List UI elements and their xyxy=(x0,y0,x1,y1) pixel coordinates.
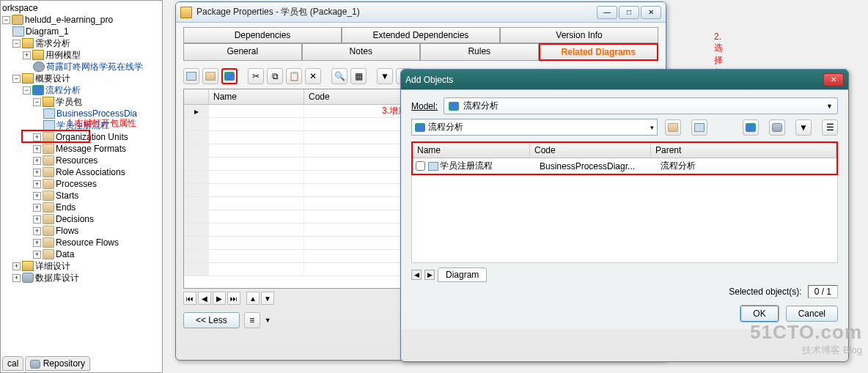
tree-item[interactable]: −流程分析 xyxy=(2,84,161,96)
paste-button[interactable]: 📋 xyxy=(286,68,302,84)
tree-item[interactable]: +Decisions xyxy=(2,213,161,225)
tab-dependencies[interactable]: Dependencies xyxy=(183,27,342,43)
help-button[interactable]: ≡ xyxy=(244,312,260,328)
deselect-all-button[interactable] xyxy=(769,119,785,136)
find-button[interactable]: 🔍 xyxy=(331,68,347,84)
cut-button[interactable]: ✂ xyxy=(248,68,264,84)
filter-button[interactable]: ▼ xyxy=(377,68,393,84)
insert-row-button[interactable] xyxy=(202,68,218,84)
tree-item[interactable]: +Organization Units xyxy=(2,131,161,143)
expand-icon[interactable]: + xyxy=(33,133,41,141)
tree-item[interactable]: +Processes xyxy=(2,178,161,190)
expand-icon[interactable]: + xyxy=(33,204,41,212)
tree-item-selected[interactable]: −学员包 xyxy=(2,96,161,108)
package-icon xyxy=(43,97,54,107)
tree-item[interactable]: +Resources xyxy=(2,155,161,166)
expand-icon[interactable]: + xyxy=(12,262,21,270)
tab-diagram[interactable]: Diagram xyxy=(438,267,487,282)
next-row-button[interactable]: ▶ xyxy=(213,292,226,305)
expand-icon[interactable]: + xyxy=(33,227,41,235)
row-checkbox[interactable] xyxy=(416,161,425,171)
expand-icon[interactable]: + xyxy=(33,215,41,224)
tab-local[interactable]: cal xyxy=(2,356,23,371)
add-objects-button[interactable] xyxy=(221,68,238,84)
titlebar[interactable]: Package Properties - 学员包 (Package_1) — □… xyxy=(176,2,666,23)
tree-item[interactable]: +Flows xyxy=(2,225,161,237)
expand-icon[interactable]: + xyxy=(33,157,41,165)
tree-item[interactable]: 学员注册流程 xyxy=(2,119,161,131)
move-down-button[interactable]: ▼ xyxy=(261,292,274,305)
filter-input[interactable]: 流程分析 ▾ xyxy=(411,119,658,136)
expand-icon[interactable]: + xyxy=(33,251,41,259)
first-row-button[interactable]: ⏮ xyxy=(183,292,196,305)
col-parent[interactable]: Parent xyxy=(651,143,836,158)
collapse-icon[interactable]: − xyxy=(12,40,21,48)
col-name[interactable]: Name xyxy=(413,143,530,158)
refresh-button[interactable] xyxy=(691,119,707,136)
tree-item[interactable]: +Ends xyxy=(2,202,161,213)
ok-button[interactable]: OK xyxy=(740,306,778,322)
tree-toggle-button[interactable] xyxy=(665,119,681,136)
tree-item[interactable]: −需求分析 xyxy=(2,37,161,49)
tree-item[interactable]: 荷露叮咚网络学苑在线学 xyxy=(2,61,161,73)
col-code[interactable]: Code xyxy=(530,143,651,158)
col-rownum[interactable] xyxy=(184,89,209,104)
expand-icon[interactable]: + xyxy=(33,180,41,188)
maximize-button[interactable]: □ xyxy=(619,6,639,19)
customize-cols-button[interactable]: ☰ xyxy=(822,119,838,136)
tab-scroll-left[interactable]: ◀ xyxy=(411,270,422,280)
minimize-button[interactable]: — xyxy=(597,6,617,19)
tree-item[interactable]: +Message Formats xyxy=(2,143,161,155)
col-name[interactable]: Name xyxy=(209,89,304,104)
tree-item[interactable]: +用例模型 xyxy=(2,49,161,61)
tree-item[interactable]: +Resource Flows xyxy=(2,237,161,248)
tree-root[interactable]: orkspace xyxy=(2,2,161,14)
less-button[interactable]: << Less xyxy=(183,312,240,328)
tree-item[interactable]: +Role Associations xyxy=(2,166,161,178)
tab-general[interactable]: General xyxy=(183,43,302,61)
tab-related-diagrams[interactable]: Related Diagrams xyxy=(539,43,659,61)
move-up-button[interactable]: ▲ xyxy=(246,292,260,305)
select-all-button[interactable] xyxy=(743,119,759,136)
collapse-icon[interactable]: − xyxy=(2,16,10,24)
tab-rules[interactable]: Rules xyxy=(420,43,539,61)
close-button[interactable]: ✕ xyxy=(823,73,844,86)
tab-extended-dependencies[interactable]: Extended Dependencies xyxy=(342,27,500,43)
tree-item[interactable]: +Starts xyxy=(2,190,161,202)
package-icon xyxy=(32,50,44,60)
collapse-icon[interactable]: − xyxy=(12,75,21,83)
tab-version-info[interactable]: Version Info xyxy=(500,27,658,43)
delete-button[interactable]: ✕ xyxy=(305,68,321,84)
list-item[interactable]: 学员注册流程 BusinessProcessDiagr... 流程分析 xyxy=(413,158,836,174)
tab-notes[interactable]: Notes xyxy=(302,43,421,61)
last-row-button[interactable]: ⏭ xyxy=(227,292,240,305)
collapse-icon[interactable]: − xyxy=(33,98,41,106)
expand-icon[interactable]: + xyxy=(33,239,41,247)
titlebar[interactable]: Add Objects ✕ xyxy=(401,70,848,90)
expand-icon[interactable]: + xyxy=(23,51,31,59)
properties-button[interactable] xyxy=(183,68,199,84)
objects-list[interactable]: Name Code Parent 学员注册流程 BusinessProcessD… xyxy=(411,141,838,175)
tree-item[interactable]: +数据库设计 xyxy=(2,272,161,284)
prev-row-button[interactable]: ◀ xyxy=(198,292,211,305)
cancel-button[interactable]: Cancel xyxy=(786,306,838,322)
tree-item[interactable]: Diagram_1 xyxy=(2,26,161,37)
expand-icon[interactable]: + xyxy=(33,192,41,200)
select-all-button[interactable]: ▦ xyxy=(350,68,367,84)
tree-item[interactable]: −概要设计 xyxy=(2,73,161,84)
close-button[interactable]: ✕ xyxy=(641,6,661,19)
expand-icon[interactable]: + xyxy=(33,145,41,153)
filter-button[interactable]: ▼ xyxy=(795,119,812,136)
tree-item[interactable]: BusinessProcessDia xyxy=(2,108,161,119)
tab-scroll-right[interactable]: ▶ xyxy=(424,270,435,280)
expand-icon[interactable]: + xyxy=(12,274,21,282)
collapse-icon[interactable]: − xyxy=(23,86,31,95)
tree-item[interactable]: +Data xyxy=(2,248,161,260)
tab-repository[interactable]: Repository xyxy=(25,356,90,371)
tree-project[interactable]: −heludd_e-learning_pro xyxy=(2,14,161,26)
project-icon xyxy=(12,15,23,25)
model-dropdown[interactable]: 流程分析 ▼ xyxy=(444,97,838,114)
expand-icon[interactable]: + xyxy=(33,169,41,177)
tree-item[interactable]: +详细设计 xyxy=(2,260,161,272)
copy-button[interactable]: ⧉ xyxy=(267,68,283,84)
